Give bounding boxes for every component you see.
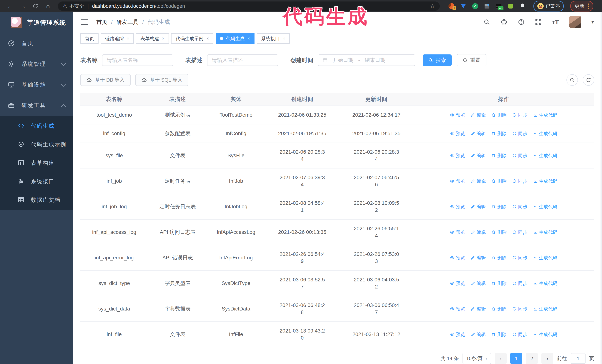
tab-system-api[interactable]: 系统接口× bbox=[257, 33, 290, 44]
back-icon[interactable]: ← bbox=[5, 1, 16, 11]
sync-link[interactable]: 同步 bbox=[512, 331, 527, 338]
generate-code-link[interactable]: 生成代码 bbox=[533, 112, 557, 118]
sidebar-item-form-builder[interactable]: 表单构建 bbox=[0, 154, 73, 172]
edit-link[interactable]: 编辑 bbox=[471, 177, 486, 185]
generate-code-link[interactable]: 生成代码 bbox=[533, 203, 557, 210]
edit-link[interactable]: 编辑 bbox=[471, 112, 486, 118]
edit-link[interactable]: 编辑 bbox=[471, 229, 486, 236]
page-button-2[interactable]: 2 bbox=[526, 353, 538, 364]
close-icon[interactable]: × bbox=[283, 36, 285, 41]
extension-check-icon[interactable]: ✓ bbox=[472, 3, 479, 10]
sync-link[interactable]: 同步 bbox=[512, 130, 527, 137]
refresh-table-button[interactable] bbox=[583, 74, 594, 86]
preview-link[interactable]: 预览 bbox=[450, 254, 465, 261]
sync-link[interactable]: 同步 bbox=[512, 305, 527, 312]
extension-gem-icon[interactable] bbox=[460, 3, 467, 10]
sync-link[interactable]: 同步 bbox=[512, 203, 527, 210]
page-scrollbar[interactable] bbox=[601, 12, 602, 364]
preview-link[interactable]: 预览 bbox=[450, 203, 465, 210]
close-icon[interactable]: × bbox=[206, 36, 209, 41]
edit-link[interactable]: 编辑 bbox=[471, 203, 486, 210]
edit-link[interactable]: 编辑 bbox=[471, 331, 486, 338]
generate-code-link[interactable]: 生成代码 bbox=[533, 177, 557, 185]
preview-link[interactable]: 预览 bbox=[450, 305, 465, 312]
github-icon[interactable] bbox=[501, 19, 507, 26]
search-icon[interactable] bbox=[484, 19, 490, 25]
table-desc-input[interactable]: 请输入表描述 bbox=[207, 54, 278, 66]
extensions-puzzle-icon[interactable] bbox=[519, 3, 526, 10]
browser-menu-icon[interactable] bbox=[588, 3, 589, 9]
next-page-button[interactable]: › bbox=[541, 353, 553, 364]
edit-link[interactable]: 编辑 bbox=[471, 152, 486, 159]
font-size-icon[interactable]: тT bbox=[552, 19, 559, 26]
extension-colorzilla-icon[interactable]: 1 bbox=[448, 3, 455, 10]
generate-code-link[interactable]: 生成代码 bbox=[533, 331, 557, 338]
breadcrumb-home[interactable]: 首页 bbox=[96, 18, 108, 26]
breadcrumb-devtools[interactable]: 研发工具 bbox=[116, 18, 139, 26]
delete-link[interactable]: 删除 bbox=[491, 112, 507, 118]
generate-code-link[interactable]: 生成代码 bbox=[533, 152, 557, 159]
generate-code-link[interactable]: 生成代码 bbox=[533, 229, 557, 236]
table-name-input[interactable]: 请输入表名称 bbox=[102, 54, 173, 66]
delete-link[interactable]: 删除 bbox=[491, 254, 507, 261]
tab-codegen[interactable]: 代码生成× bbox=[215, 33, 255, 44]
delete-link[interactable]: 删除 bbox=[491, 130, 507, 137]
fullscreen-icon[interactable] bbox=[535, 19, 542, 25]
update-button[interactable]: 更新 bbox=[570, 1, 593, 11]
delete-link[interactable]: 删除 bbox=[491, 203, 507, 210]
delete-link[interactable]: 删除 bbox=[491, 177, 507, 185]
tab-tracing[interactable]: 链路追踪× bbox=[101, 33, 134, 44]
sidebar-item-codegen-example[interactable]: 代码生成示例 bbox=[0, 135, 73, 154]
sidebar-item-home[interactable]: 首页 bbox=[0, 33, 73, 54]
reload-icon[interactable] bbox=[30, 1, 41, 11]
goto-page-input[interactable]: 1 bbox=[571, 353, 586, 364]
sidebar-item-system-api[interactable]: 系统接口 bbox=[0, 172, 73, 191]
preview-link[interactable]: 预览 bbox=[450, 280, 465, 287]
sync-link[interactable]: 同步 bbox=[512, 112, 527, 118]
extension-key-icon[interactable] bbox=[507, 3, 514, 10]
address-bar[interactable]: ⚠ 不安全 | dashboard.yudao.iocoder.cn /tool… bbox=[58, 1, 440, 11]
sidebar-item-system[interactable]: 系统管理 bbox=[0, 54, 73, 74]
app-logo[interactable]: 芋道管理系统 bbox=[0, 12, 73, 33]
generate-code-link[interactable]: 生成代码 bbox=[533, 280, 557, 287]
delete-link[interactable]: 删除 bbox=[491, 331, 507, 338]
sync-link[interactable]: 同步 bbox=[512, 152, 527, 159]
preview-link[interactable]: 预览 bbox=[450, 177, 465, 185]
date-range-input[interactable]: 开始日期 - 结束日期 bbox=[318, 54, 415, 66]
preview-link[interactable]: 预览 bbox=[450, 130, 465, 137]
close-icon[interactable]: × bbox=[162, 36, 164, 41]
sidebar-item-infrastructure[interactable]: 基础设施 bbox=[0, 74, 73, 95]
user-avatar[interactable] bbox=[569, 16, 581, 28]
extension-grid-icon[interactable] bbox=[484, 3, 491, 10]
tab-form-builder[interactable]: 表单构建× bbox=[136, 33, 169, 44]
tab-home[interactable]: 首页 bbox=[80, 33, 98, 44]
delete-link[interactable]: 删除 bbox=[491, 305, 507, 312]
close-icon[interactable]: × bbox=[127, 36, 129, 41]
close-icon[interactable]: × bbox=[247, 36, 250, 41]
bookmark-star-icon[interactable]: ☆ bbox=[430, 3, 435, 10]
user-menu-caret-icon[interactable]: ▾ bbox=[591, 19, 594, 25]
home-icon[interactable]: ⌂ bbox=[43, 1, 53, 11]
edit-link[interactable]: 编辑 bbox=[471, 254, 486, 261]
delete-link[interactable]: 删除 bbox=[491, 152, 507, 159]
forward-icon[interactable]: → bbox=[17, 1, 28, 11]
generate-code-link[interactable]: 生成代码 bbox=[533, 130, 557, 137]
page-size-select[interactable]: 10条/页 ▾ bbox=[462, 353, 491, 364]
generate-code-link[interactable]: 生成代码 bbox=[533, 305, 557, 312]
generate-code-link[interactable]: 生成代码 bbox=[533, 254, 557, 261]
reset-button[interactable]: 重置 bbox=[457, 54, 486, 66]
preview-link[interactable]: 预览 bbox=[450, 152, 465, 159]
preview-link[interactable]: 预览 bbox=[450, 229, 465, 236]
sync-link[interactable]: 同步 bbox=[512, 229, 527, 236]
toggle-search-button[interactable] bbox=[566, 74, 578, 86]
delete-link[interactable]: 删除 bbox=[491, 229, 507, 236]
prev-page-button[interactable]: ‹ bbox=[495, 353, 507, 364]
search-button[interactable]: 搜索 bbox=[423, 54, 452, 66]
tab-codegen-example[interactable]: 代码生成示例× bbox=[171, 33, 213, 44]
sync-link[interactable]: 同步 bbox=[512, 254, 527, 261]
import-db-button[interactable]: 基于 DB 导入 bbox=[80, 74, 130, 86]
edit-link[interactable]: 编辑 bbox=[471, 130, 486, 137]
sidebar-fold-icon[interactable] bbox=[81, 20, 88, 25]
edit-link[interactable]: 编辑 bbox=[471, 305, 486, 312]
sync-link[interactable]: 同步 bbox=[512, 280, 527, 287]
